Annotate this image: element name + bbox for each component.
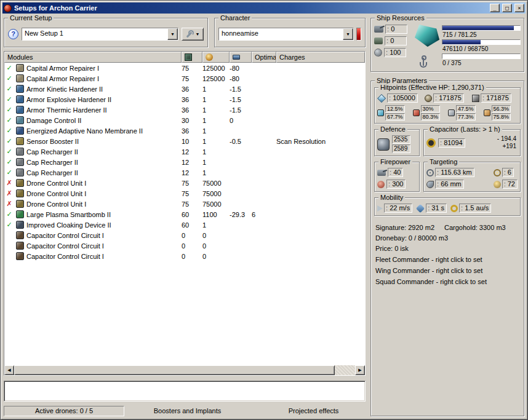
- module-row[interactable]: ✓Capital Armor Repairer I75125000-80: [4, 73, 365, 84]
- module-powergrid-value: 0: [202, 242, 230, 250]
- module-cpu-value: 60: [182, 211, 202, 218]
- scan-resolution-icon: [426, 181, 434, 188]
- module-row[interactable]: ✗Drone Control Unit I7575000: [4, 199, 365, 209]
- module-row[interactable]: Capacitor Control Circuit I00: [4, 230, 365, 240]
- warp-speed-value: 1.5 au/s: [459, 204, 491, 213]
- module-cap-value: -1.5: [230, 85, 252, 93]
- tools-dropdown-arrow-icon: ▼: [196, 32, 200, 36]
- module-row[interactable]: ✗Drone Control Unit I7575000: [4, 178, 365, 188]
- shield-hp-icon: [377, 93, 386, 102]
- module-row[interactable]: ✓Armor Thermic Hardener II361-1.5: [4, 105, 365, 115]
- help-icon[interactable]: ?: [8, 29, 18, 39]
- module-name: Sensor Booster II: [25, 138, 182, 145]
- module-row[interactable]: Capacitor Control Circuit I00: [4, 240, 365, 251]
- dronebay-text: Dronebay: 0 / 80000 m3: [375, 234, 519, 242]
- maximize-button[interactable]: □: [502, 4, 512, 12]
- minimize-button[interactable]: _: [490, 4, 500, 12]
- cloaking-device-icon: [16, 221, 24, 229]
- horizontal-scrollbar[interactable]: ◀ ▶: [4, 365, 365, 375]
- shield-kinetic-resist-value: 47.5%: [456, 105, 476, 113]
- targeting-label: Targeting: [428, 158, 459, 166]
- damage-control-icon: [16, 116, 24, 124]
- kinetic-resist-icon: [448, 109, 455, 116]
- module-row[interactable]: ✓Armor Explosive Hardener II361-1.5: [4, 94, 365, 105]
- ship-info-text: Signature: 2920 m2 Cargohold: 3300 m3 Dr…: [374, 221, 521, 285]
- calibration-icon: [374, 49, 382, 57]
- setup-tools-button[interactable]: ▼: [182, 28, 204, 41]
- module-icon-cell: [14, 116, 25, 124]
- fit-ok-icon: ✓: [4, 137, 14, 145]
- module-name: Energized Adaptive Nano Membrane II: [25, 127, 182, 135]
- drone-anchor-icon: [420, 62, 427, 68]
- status-bar: Active drones: 0 / 5 Boosters and Implan…: [4, 405, 366, 416]
- scrollbar-thumb[interactable]: [14, 365, 335, 375]
- module-row[interactable]: ✗Drone Control Unit I7575000: [4, 188, 365, 199]
- module-icon-cell: [14, 64, 25, 72]
- scroll-right-icon[interactable]: ▶: [355, 365, 365, 375]
- setup-dropdown-arrow-icon[interactable]: ▼: [167, 28, 178, 40]
- module-row[interactable]: ✓Sensor Booster II101-0.5Scan Resolution: [4, 136, 365, 146]
- module-name: Capital Armor Repairer I: [25, 75, 182, 82]
- module-row[interactable]: ✓Damage Control II3010: [4, 115, 365, 125]
- module-row[interactable]: ✓Cap Recharger II121: [4, 167, 365, 178]
- module-powergrid-value: 1: [202, 148, 230, 156]
- module-cpu-value: 12: [182, 169, 202, 176]
- module-row[interactable]: ✓Large Plasma Smartbomb II601100-29.36: [4, 209, 365, 220]
- module-powergrid-value: 1: [202, 85, 230, 93]
- character-dropdown-value[interactable]: honneamise: [219, 28, 343, 40]
- active-drones-panel: Active drones: 0 / 5: [4, 406, 124, 416]
- targeting-group: Targeting 115.63 km 6 66 mm 72: [423, 162, 521, 192]
- scroll-left-icon[interactable]: ◀: [4, 365, 14, 375]
- module-cpu-value: 75: [182, 190, 202, 197]
- left-panel: Current Setup ? New Setup 1 ▼ ▼ Characte…: [4, 15, 366, 416]
- fit-ok-icon: ✓: [4, 74, 14, 82]
- module-row[interactable]: Capacitor Control Circuit I00: [4, 251, 365, 261]
- wing-commander-slot[interactable]: Wing Commander - right click to set: [375, 267, 519, 274]
- defence-label: Defence: [378, 125, 407, 133]
- character-label: Character: [218, 14, 252, 22]
- fit-ok-icon: ✓: [4, 106, 14, 114]
- drone-bandwidth-label: 0 / 375: [442, 60, 521, 67]
- drone-bandwidth-bar: [442, 53, 521, 59]
- close-button[interactable]: ×: [514, 4, 524, 12]
- module-cpu-value: 75: [182, 200, 202, 208]
- armor-em-resist-value: 67.7%: [385, 113, 405, 121]
- charges-column-header[interactable]: Charges: [276, 52, 365, 63]
- projected-effects-tab[interactable]: Projected effects: [250, 407, 377, 414]
- setup-notes-area[interactable]: [4, 381, 366, 402]
- current-setup-group: Current Setup ? New Setup 1 ▼ ▼: [4, 18, 208, 47]
- module-name: Capacitor Control Circuit I: [25, 242, 182, 250]
- scrollbar-track[interactable]: [14, 365, 355, 375]
- module-row[interactable]: ✓Capital Armor Repairer I75125000-80: [4, 63, 365, 73]
- module-icon-cell: [14, 95, 25, 103]
- module-cap-value: -0.5: [230, 138, 252, 145]
- module-cpu-value: 10: [182, 138, 202, 145]
- module-cpu-value: 75: [182, 65, 202, 72]
- boosters-implants-tab[interactable]: Boosters and Implants: [124, 407, 250, 414]
- setup-dropdown-value[interactable]: New Setup 1: [22, 28, 167, 40]
- sensor-booster-icon: [16, 137, 24, 145]
- module-name: Drone Control Unit I: [25, 200, 182, 208]
- module-row[interactable]: ✓Cap Recharger II121: [4, 157, 365, 167]
- powergrid-column-header[interactable]: [202, 52, 230, 63]
- defence-group: Defence 2535 2589: [374, 129, 420, 156]
- module-name: Armor Kinetic Hardener II: [25, 85, 182, 93]
- module-row[interactable]: ✓Cap Recharger II121: [4, 146, 365, 157]
- squad-commander-slot[interactable]: Squad Commander - right click to set: [375, 278, 519, 285]
- module-row[interactable]: ✓Improved Cloaking Device II601: [4, 220, 365, 230]
- capacitor-column-header[interactable]: [230, 52, 252, 63]
- cpu-column-header[interactable]: [182, 52, 202, 63]
- character-dropdown-arrow-icon[interactable]: ▼: [343, 28, 353, 40]
- optimal-column-header[interactable]: Optimal: [252, 52, 276, 63]
- character-dropdown[interactable]: honneamise ▼: [218, 28, 354, 41]
- module-row[interactable]: ✓Armor Kinetic Hardener II361-1.5: [4, 84, 365, 94]
- signature-text: Signature: 2920 m2: [375, 224, 444, 231]
- modules-column-header[interactable]: Modules: [4, 52, 182, 63]
- max-velocity-value: 22 m/s: [384, 204, 412, 213]
- module-row[interactable]: ✓Energized Adaptive Nano Membrane II361: [4, 125, 365, 136]
- setup-dropdown[interactable]: New Setup 1 ▼: [22, 28, 178, 41]
- powergrid-icon: [206, 53, 213, 61]
- title-bar[interactable]: Setups for Archon Carrier _ □ ×: [2, 2, 526, 14]
- module-cap-value: -1.5: [230, 106, 252, 114]
- fleet-commander-slot[interactable]: Fleet Commander - right click to set: [375, 256, 519, 263]
